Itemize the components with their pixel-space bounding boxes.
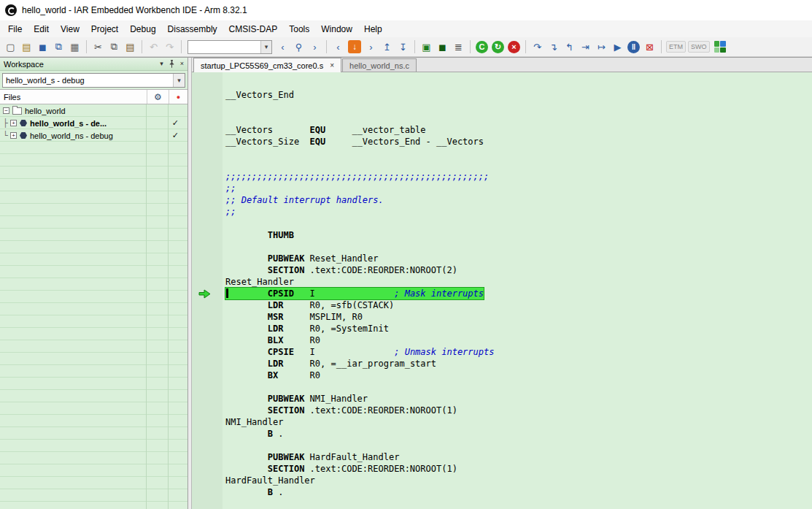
make-button[interactable]: ◼: [435, 39, 450, 55]
code-line[interactable]: SECTION .text:CODE:REORDER:NOROOT(1): [225, 463, 812, 475]
compile-button[interactable]: ▣: [419, 39, 434, 55]
next-location-button[interactable]: ↧: [395, 39, 411, 55]
code-line[interactable]: PUBWEAK HardFault_Handler: [225, 451, 812, 463]
code-line[interactable]: PUBWEAK Reset_Handler: [225, 253, 812, 264]
files-header-options[interactable]: ⚙: [147, 90, 169, 104]
paste-button[interactable]: ▤: [123, 39, 138, 55]
gear-icon[interactable]: ⚙: [154, 92, 162, 102]
new-document-button[interactable]: ▢: [3, 39, 18, 55]
tab-startup-lpc55s69-cm33-core0-s[interactable]: startup_LPC55S69_cm33_core0.s×: [193, 58, 341, 72]
code-line[interactable]: LDR R0, =__iar_program_start: [225, 358, 812, 370]
expander-icon[interactable]: −: [3, 107, 9, 114]
code-line[interactable]: [225, 241, 812, 253]
etm-button[interactable]: ETM: [666, 41, 686, 53]
menu-item-cmsis-dap[interactable]: CMSIS-DAP: [223, 22, 284, 37]
go-button[interactable]: ▶: [610, 39, 625, 55]
code-line[interactable]: PUBWEAK NMI_Handler: [225, 393, 812, 405]
find-combobox[interactable]: ▾: [187, 40, 272, 54]
code-line[interactable]: [225, 218, 812, 229]
windows-grid-button[interactable]: [714, 41, 726, 53]
menu-item-tools[interactable]: Tools: [283, 22, 315, 37]
code-line[interactable]: BX R0: [225, 370, 812, 381]
menu-item-disassembly[interactable]: Disassembly: [162, 22, 223, 37]
code-line[interactable]: ;;: [225, 206, 812, 218]
expander-icon[interactable]: +: [10, 132, 17, 139]
cstat-analyze-button[interactable]: C: [476, 41, 488, 53]
undo-button[interactable]: ↶: [146, 39, 161, 55]
stop-debugging-button[interactable]: ⊠: [642, 39, 657, 55]
run-to-cursor-button[interactable]: ↦: [594, 39, 609, 55]
code-line[interactable]: [225, 159, 812, 171]
code-line[interactable]: LDR R0, =SystemInit: [225, 323, 812, 334]
menu-item-debug[interactable]: Debug: [124, 22, 161, 37]
code-line[interactable]: SECTION .text:CODE:REORDER:NOROOT(2): [225, 264, 812, 276]
find-previous-button[interactable]: ‹: [275, 39, 290, 55]
step-over-button[interactable]: ↷: [530, 39, 545, 55]
save-all-button[interactable]: ⧉: [51, 39, 66, 55]
code-line[interactable]: MSR MSPLIM, R0: [225, 311, 812, 323]
tree-item-hello-world[interactable]: −hello_world: [0, 104, 187, 117]
navigate-forward-button[interactable]: ›: [363, 39, 379, 55]
tab-hello-world-ns-c[interactable]: hello_world_ns.c: [342, 58, 417, 72]
menu-item-project[interactable]: Project: [85, 22, 124, 37]
window-menu-icon[interactable]: ▾: [160, 61, 163, 67]
menu-item-window[interactable]: Window: [315, 22, 358, 37]
current-execution-line[interactable]: CPSID I ; Mask interrupts: [225, 288, 812, 299]
break-button[interactable]: ‖: [627, 41, 640, 53]
files-tree[interactable]: −hello_world├+hello_world_s - de...✓└+he…: [0, 104, 187, 509]
code-line[interactable]: BLX R0: [225, 334, 812, 346]
editor-gutter[interactable]: [192, 72, 223, 509]
code-line[interactable]: [225, 112, 812, 124]
code-line[interactable]: CPSIE I ; Unmask interrupts: [225, 346, 812, 358]
expander-icon[interactable]: +: [10, 120, 17, 126]
batch-build-button[interactable]: ≣: [451, 39, 466, 55]
code-line[interactable]: __Vectors_Size EQU __Vectors_End - __Vec…: [225, 136, 812, 148]
print-button[interactable]: ▦: [67, 39, 82, 55]
code-area[interactable]: __Vectors_End__Vectors EQU __vector_tabl…: [223, 72, 812, 509]
copy-button[interactable]: ⧉: [107, 39, 122, 55]
navigate-backward-button[interactable]: ‹: [330, 39, 346, 55]
tree-item-hello-world-ns-debug[interactable]: └+hello_world_ns - debug✓: [0, 129, 187, 142]
crun-button[interactable]: ↻: [492, 41, 504, 53]
close-icon[interactable]: ×: [330, 61, 334, 69]
menu-item-help[interactable]: Help: [358, 22, 388, 37]
code-line[interactable]: [225, 77, 812, 89]
code-line[interactable]: __Vectors EQU __vector_table: [225, 124, 812, 136]
open-document-button[interactable]: ▤: [19, 39, 34, 55]
reset-button[interactable]: ↓: [348, 40, 361, 53]
code-line[interactable]: B .: [225, 428, 812, 440]
close-icon[interactable]: ×: [180, 61, 184, 67]
menu-item-file[interactable]: File: [2, 22, 28, 37]
code-line[interactable]: [225, 440, 812, 451]
swo-button[interactable]: SWO: [688, 41, 710, 53]
save-button[interactable]: ◼: [35, 39, 50, 55]
menu-item-edit[interactable]: Edit: [28, 22, 55, 37]
pin-icon[interactable]: [169, 60, 175, 68]
find-button[interactable]: ⚲: [291, 39, 306, 55]
stop-build-button[interactable]: ×: [508, 41, 520, 53]
code-line[interactable]: THUMB: [225, 229, 812, 241]
code-line[interactable]: HardFault_Handler: [225, 475, 812, 486]
redo-button[interactable]: ↷: [162, 39, 177, 55]
code-line[interactable]: Reset_Handler: [225, 276, 812, 288]
code-line[interactable]: SECTION .text:CODE:REORDER:NOROOT(1): [225, 405, 812, 416]
code-line[interactable]: B .: [225, 486, 812, 498]
previous-location-button[interactable]: ↥: [379, 39, 395, 55]
dropdown-arrow-icon[interactable]: ▾: [260, 41, 271, 53]
build-config-dropdown[interactable]: hello_world_s - debug ▾: [2, 73, 185, 88]
code-line[interactable]: ;;: [225, 183, 812, 194]
step-out-button[interactable]: ↰: [562, 39, 577, 55]
code-line[interactable]: [225, 148, 812, 159]
code-line[interactable]: ;; Default interrupt handlers.: [225, 194, 812, 206]
tree-item-hello-world-s-de[interactable]: ├+hello_world_s - de...✓: [0, 117, 187, 129]
chevron-down-icon[interactable]: ▾: [173, 74, 185, 87]
next-statement-button[interactable]: ⇥: [578, 39, 593, 55]
find-next-button[interactable]: ›: [307, 39, 322, 55]
code-line[interactable]: ;;;;;;;;;;;;;;;;;;;;;;;;;;;;;;;;;;;;;;;;…: [225, 171, 812, 183]
code-line[interactable]: __Vectors_End: [225, 89, 812, 101]
code-line[interactable]: [225, 381, 812, 393]
code-line[interactable]: [225, 101, 812, 112]
menu-item-view[interactable]: View: [55, 22, 85, 37]
code-line[interactable]: LDR R0, =sfb(CSTACK): [225, 299, 812, 311]
step-into-button[interactable]: ↴: [546, 39, 561, 55]
